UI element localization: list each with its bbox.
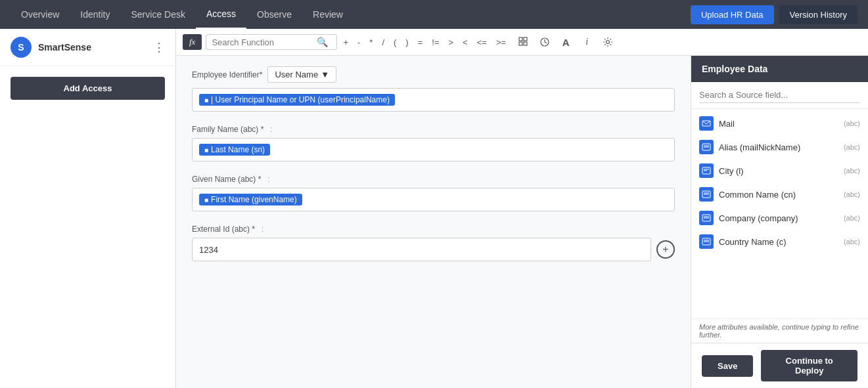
version-history-button[interactable]: Version History: [779, 5, 857, 24]
svg-rect-1: [524, 37, 527, 41]
dropdown-arrow-icon: ▼: [321, 70, 329, 79]
employee-identifier-group: Employee Identifier* User Name ▼ ■ | Use…: [192, 66, 675, 112]
external-id-colon: :: [262, 225, 263, 234]
item-type: (abc): [844, 167, 860, 175]
list-item[interactable]: Company (company) (abc): [691, 206, 868, 230]
last-name-tag: ■ Last Name (sn): [199, 144, 270, 156]
external-id-field[interactable]: 1234: [192, 238, 651, 261]
item-name: City (l): [719, 166, 838, 176]
employee-data-header: Employee Data: [691, 56, 868, 82]
user-name-label: User Name: [275, 70, 318, 79]
search-function-input[interactable]: [212, 37, 317, 47]
item-name: Country Name (c): [719, 237, 838, 247]
user-principal-field[interactable]: ■ | User Principal Name or UPN (userPrin…: [192, 88, 675, 112]
first-name-tag-icon: ■: [204, 196, 208, 204]
item-name: Company (company): [719, 213, 838, 223]
mail-icon: [699, 116, 714, 131]
svg-rect-2: [519, 42, 522, 45]
external-id-row: 1234 +: [192, 238, 675, 261]
item-name: Mail: [719, 119, 838, 129]
form-panel: Employee Identifier* User Name ▼ ■ | Use…: [176, 56, 691, 388]
nav-observe[interactable]: Observe: [246, 0, 302, 29]
employee-id-select[interactable]: User Name ▼: [267, 66, 336, 83]
list-item[interactable]: Alias (mailNickName) (abc): [691, 135, 868, 159]
given-name-group: Given Name (abc) * : ■ First Name (given…: [192, 175, 675, 211]
item-name: Alias (mailNickName): [719, 142, 838, 152]
family-name-label: Family Name (abc) * :: [192, 125, 675, 134]
given-name-label: Given Name (abc) * :: [192, 175, 675, 184]
first-name-tag: ■ First Name (givenName): [199, 194, 302, 205]
nav-access[interactable]: Access: [196, 0, 246, 29]
top-nav: Overview Identity Service Desk Access Ob…: [0, 0, 868, 29]
employee-data-panel: Employee Data Mail (abc): [691, 56, 868, 388]
item-type: (abc): [844, 119, 860, 127]
op-less[interactable]: <: [461, 36, 470, 49]
company-icon: [699, 211, 714, 225]
search-function-wrap: 🔍: [206, 34, 337, 50]
op-equals[interactable]: =: [416, 36, 425, 49]
external-id-value: 1234: [199, 245, 218, 255]
city-icon: [699, 163, 714, 178]
nav-identity[interactable]: Identity: [70, 0, 120, 29]
family-name-field[interactable]: ■ Last Name (sn): [192, 138, 675, 162]
svg-rect-0: [519, 37, 522, 41]
op-divide[interactable]: /: [380, 36, 386, 49]
op-less-equal[interactable]: <=: [475, 36, 489, 49]
op-open-paren[interactable]: (: [392, 36, 398, 49]
list-item[interactable]: Common Name (cn) (abc): [691, 183, 868, 206]
family-name-group: Family Name (abc) * : ■ Last Name (sn): [192, 125, 675, 162]
list-item[interactable]: Country Name (c) (abc): [691, 230, 868, 253]
upn-tag: ■ | User Principal Name or UPN (userPrin…: [199, 94, 395, 106]
list-item[interactable]: City (l) (abc): [691, 159, 868, 183]
item-type: (abc): [844, 190, 860, 198]
op-greater-equal[interactable]: >=: [494, 36, 508, 49]
employee-data-search-input[interactable]: [699, 87, 860, 103]
employee-data-footer: More attributes available, continue typi…: [691, 318, 868, 343]
tag-icon: ■: [204, 97, 208, 104]
upn-tag-text: | User Principal Name or UPN (userPrinci…: [211, 95, 390, 104]
item-name: Common Name (cn): [719, 190, 838, 200]
common-name-icon: [699, 187, 714, 202]
save-button[interactable]: Save: [702, 355, 753, 377]
alias-icon: [699, 140, 714, 154]
main-layout: S SmartSense ⋮ Add Access fx 🔍 + - * / (…: [0, 29, 868, 388]
given-name-field[interactable]: ■ First Name (givenName): [192, 188, 675, 211]
content-area: Employee Identifier* User Name ▼ ■ | Use…: [176, 56, 868, 388]
formula-icon-buttons: A i: [514, 33, 617, 51]
upload-hr-data-button[interactable]: Upload HR Data: [691, 5, 774, 24]
first-name-text: First Name (givenName): [211, 195, 297, 204]
fx-button[interactable]: fx: [183, 34, 202, 50]
op-close-paren[interactable]: ): [403, 36, 410, 49]
add-access-button[interactable]: Add Access: [11, 77, 165, 100]
sidebar-logo: S: [11, 37, 32, 58]
last-name-text: Last Name (sn): [211, 145, 265, 154]
country-icon: [699, 234, 714, 249]
employee-data-list: Mail (abc) Alias (mailNickName) (abc): [691, 109, 868, 318]
clock-icon[interactable]: [536, 33, 554, 51]
sidebar-title: SmartSense: [38, 42, 153, 53]
op-not-equals[interactable]: !=: [430, 36, 441, 49]
info-icon[interactable]: i: [578, 33, 596, 51]
external-id-label: External Id (abc) * :: [192, 225, 675, 234]
op-greater[interactable]: >: [447, 36, 456, 49]
employee-identifier-label: Employee Identifier*: [192, 70, 262, 79]
sidebar-menu-icon[interactable]: ⋮: [153, 40, 165, 54]
external-id-group: External Id (abc) * : 1234 +: [192, 225, 675, 261]
nav-review[interactable]: Review: [302, 0, 354, 29]
add-circle-button[interactable]: +: [656, 240, 675, 259]
op-minus[interactable]: -: [355, 36, 362, 49]
item-type: (abc): [844, 238, 860, 246]
continue-to-deploy-button[interactable]: Continue to Deploy: [761, 350, 857, 381]
nav-service-desk[interactable]: Service Desk: [121, 0, 196, 29]
op-multiply[interactable]: *: [367, 36, 375, 49]
op-plus[interactable]: +: [341, 36, 350, 49]
formula-ops: + - * / ( ) = != > < <= >=: [341, 36, 508, 49]
settings-icon[interactable]: [599, 33, 617, 51]
grid-icon[interactable]: [514, 33, 533, 51]
search-icon[interactable]: 🔍: [317, 37, 328, 47]
list-item[interactable]: Mail (abc): [691, 112, 868, 135]
sidebar-header: S SmartSense ⋮: [0, 29, 175, 66]
employee-data-search: [691, 82, 868, 109]
nav-overview[interactable]: Overview: [11, 0, 70, 29]
text-icon[interactable]: A: [557, 33, 575, 51]
